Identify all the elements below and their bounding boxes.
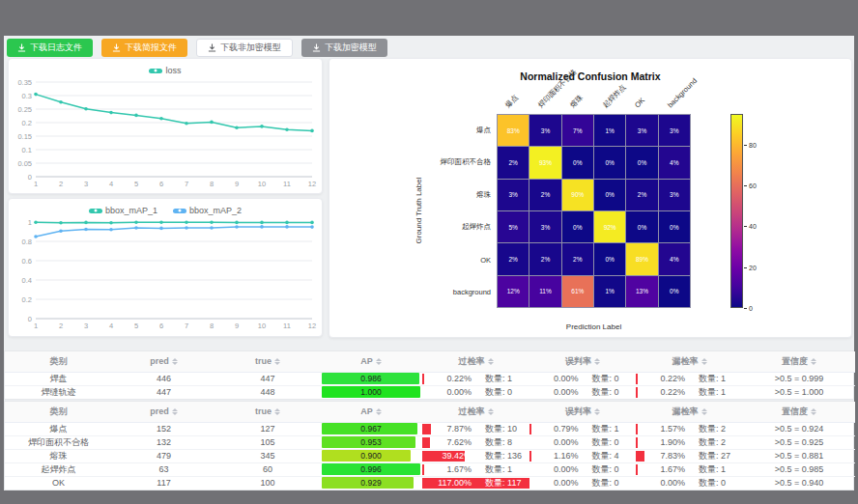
- svg-text:7: 7: [185, 180, 188, 188]
- sort-icon[interactable]: [594, 358, 600, 365]
- matrix-cell: 0%: [659, 211, 690, 242]
- matrix-cell: 0%: [594, 243, 625, 274]
- sort-icon[interactable]: [488, 408, 494, 415]
- table-row: 爆点1521270.9677.87%数量: 100.79%数量: 11.57%数…: [5, 422, 855, 435]
- header-label-wrap: true: [255, 406, 280, 416]
- column-header-4[interactable]: 过检率: [422, 402, 529, 422]
- sort-desc-caret: [376, 362, 382, 365]
- sort-icon[interactable]: [811, 358, 816, 365]
- colorbar-tick-label: 60: [749, 182, 757, 189]
- miss-rate-cell: 1.67%数量: 1: [636, 463, 743, 476]
- column-header-4[interactable]: 过检率: [422, 351, 529, 372]
- sort-icon[interactable]: [172, 408, 178, 415]
- legend-marker: [173, 209, 186, 213]
- column-header-6[interactable]: 漏检率: [636, 402, 743, 422]
- svg-text:3: 3: [84, 180, 88, 188]
- sort-icon[interactable]: [701, 358, 707, 365]
- miss-rate-td: 0.22%数量: 1: [636, 385, 743, 399]
- matrix-cell: 3%: [498, 180, 529, 210]
- loss-chart-card: loss 00.050.10.150.20.250.30.35123456789…: [8, 58, 323, 194]
- download-unencrypted-model-button[interactable]: 下载非加密模型: [196, 39, 293, 57]
- sort-icon[interactable]: [376, 358, 382, 365]
- column-header-3[interactable]: AP: [320, 402, 422, 422]
- svg-text:0.6: 0.6: [22, 257, 32, 266]
- download-brief-file-button[interactable]: 下载简报文件: [101, 39, 187, 57]
- colorbar-tick-mark: [744, 226, 747, 227]
- svg-text:4: 4: [109, 322, 113, 330]
- colorbar-tick-mark: [744, 145, 747, 146]
- sort-asc-caret: [594, 358, 600, 361]
- legend-item-loss[interactable]: loss: [149, 66, 181, 75]
- miss-rate-td: 1.67%数量: 1: [636, 462, 743, 476]
- misjudge-rate-cell: 0.00%数量: 0: [529, 436, 636, 449]
- column-header-6[interactable]: 漏检率: [636, 351, 743, 372]
- legend-item-bbox_mAP_2[interactable]: bbox_mAP_2: [173, 206, 242, 215]
- class-name-cell: 焊印面积不合格: [5, 435, 112, 449]
- svg-text:0.05: 0.05: [17, 159, 32, 168]
- column-label: OK: [633, 96, 647, 110]
- svg-text:6: 6: [159, 180, 163, 188]
- sort-desc-caret: [811, 362, 816, 365]
- misjudge-rate-count: 数量: 4: [592, 450, 619, 462]
- column-header-7[interactable]: 置信度: [743, 351, 855, 372]
- column-header-1[interactable]: pred: [112, 351, 215, 372]
- misjudge-rate-percent: 0.00%: [529, 478, 579, 488]
- header-label: true: [255, 356, 272, 366]
- header-label-wrap: 漏检率: [672, 355, 707, 368]
- miss-rate-count: 数量: 2: [699, 423, 726, 435]
- sort-icon[interactable]: [274, 358, 280, 365]
- sort-icon[interactable]: [701, 408, 707, 415]
- y-axis-label: Ground Truth Label: [415, 178, 423, 244]
- header-label-wrap: 置信度: [782, 355, 816, 368]
- matrix-cell: 1%: [594, 276, 625, 307]
- svg-text:9: 9: [235, 180, 239, 188]
- download-encrypted-model-button[interactable]: 下载加密模型: [301, 39, 387, 57]
- class-name-cell: 爆点: [5, 422, 112, 435]
- column-header-1[interactable]: pred: [112, 402, 215, 422]
- sort-icon[interactable]: [274, 408, 280, 415]
- column-header-2[interactable]: true: [215, 402, 320, 422]
- table-row: 起焊炸点63600.9961.67%数量: 10.00%数量: 01.67%数量…: [5, 462, 855, 476]
- sort-icon[interactable]: [488, 358, 494, 365]
- per-class-metrics-table-2: 类别predtrueAP过检率误判率漏检率置信度爆点1521270.9677.8…: [4, 401, 854, 490]
- row-label: 爆点: [476, 126, 491, 135]
- column-header-2[interactable]: true: [215, 351, 320, 372]
- column-header-5[interactable]: 误判率: [529, 351, 636, 372]
- matrix-cell: 3%: [529, 115, 560, 146]
- download-log-file-button[interactable]: 下载日志文件: [7, 39, 93, 57]
- confusion-matrix-card: Normalized Confusion Matrix 83%3%7%1%3%3…: [329, 58, 852, 338]
- confidence-cell: >0.5 = 0.881: [743, 449, 855, 462]
- svg-text:1: 1: [34, 180, 38, 188]
- svg-text:0.15: 0.15: [17, 132, 32, 141]
- pred-cell: 132: [112, 435, 215, 449]
- column-header-5[interactable]: 误判率: [529, 402, 636, 422]
- sort-desc-caret: [274, 412, 280, 415]
- legend-label: loss: [165, 66, 181, 75]
- sort-icon[interactable]: [811, 408, 816, 415]
- class-name-cell: 熔珠: [5, 449, 112, 462]
- confusion-matrix-grid: 83%3%7%1%3%3%2%93%0%0%0%4%3%2%90%0%2%3%5…: [497, 114, 691, 308]
- miss-rate-cell: 7.83%数量: 27: [636, 450, 743, 462]
- class-name-cell: 焊缝轨迹: [5, 385, 112, 399]
- ap-value: 0.967: [322, 423, 420, 434]
- over-rate-cell: 1.67%数量: 1: [422, 463, 529, 476]
- column-label: 爆点: [503, 93, 521, 110]
- misjudge-rate-count: 数量: 0: [592, 436, 619, 449]
- over-rate-percent: 0.22%: [422, 374, 472, 383]
- over-rate-percent: 39.42%: [422, 451, 472, 461]
- sort-asc-caret: [488, 358, 494, 361]
- matrix-cell: 83%: [498, 115, 529, 146]
- svg-text:0.8: 0.8: [22, 238, 32, 246]
- sort-icon[interactable]: [172, 358, 178, 365]
- over-rate-cell: 117.00%数量: 117: [422, 477, 529, 490]
- ap-bar-wrap: 1.000: [322, 386, 420, 398]
- sort-icon[interactable]: [594, 408, 600, 415]
- column-header-7[interactable]: 置信度: [743, 402, 855, 422]
- sort-icon[interactable]: [376, 408, 382, 415]
- sort-desc-caret: [701, 412, 707, 415]
- class-name-cell: OK: [5, 476, 112, 490]
- legend-item-bbox_mAP_1[interactable]: bbox_mAP_1: [89, 206, 157, 215]
- over-rate-cell: 0.22%数量: 1: [422, 373, 529, 385]
- column-header-3[interactable]: AP: [320, 351, 422, 372]
- svg-text:1: 1: [28, 218, 32, 227]
